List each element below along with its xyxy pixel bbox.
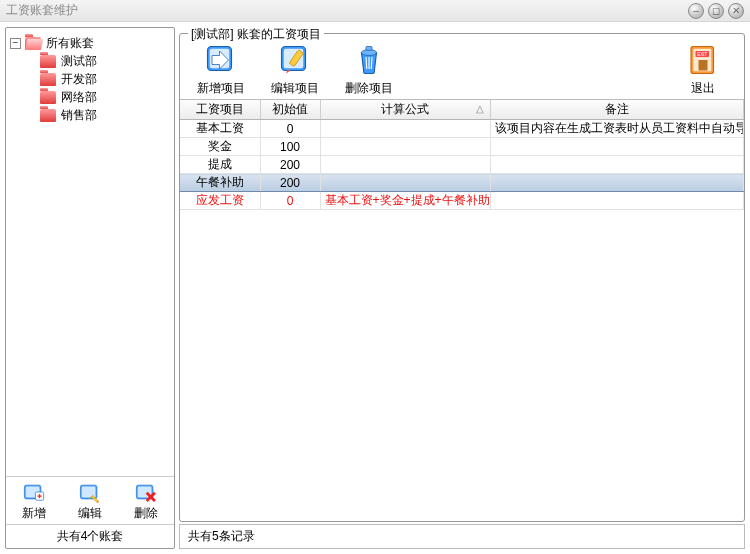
table-cell[interactable]: 200 [260,156,320,174]
folder-open-icon [25,37,41,50]
table-cell[interactable] [490,192,744,210]
exit-label: 退出 [691,80,715,97]
maximize-button[interactable]: ◻ [708,3,724,19]
tree-item-label: 网络部 [61,89,97,106]
sidebar-add-label: 新增 [22,505,46,522]
table-cell[interactable]: 应发工资 [180,192,260,210]
sidebar-status: 共有4个账套 [6,524,174,548]
table-cell[interactable]: 0 [260,192,320,210]
minimize-button[interactable]: – [688,3,704,19]
tree-item[interactable]: 测试部 [10,52,170,70]
exit-button[interactable]: EXIT 退出 [672,42,734,97]
col-initial-value[interactable]: 初始值 [260,100,320,120]
delete-icon [135,481,157,503]
sidebar-toolbar: 新增 编辑 删除 [6,476,174,524]
table-cell[interactable]: 基本工资+奖金+提成+午餐补助 [320,192,490,210]
tree-item[interactable]: 开发部 [10,70,170,88]
title-bar: 工资账套维护 – ◻ ✕ [0,0,750,22]
tree-root-label: 所有账套 [46,35,94,52]
table-cell[interactable]: 该项目内容在生成工资表时从员工资料中自动导入 [490,120,744,138]
main-toolbar: 新增项目 编辑项目 [180,34,744,99]
table-cell[interactable] [490,174,744,192]
sidebar-edit-button[interactable]: 编辑 [65,481,115,522]
tree-toggle-icon[interactable]: − [10,38,21,49]
table-cell[interactable] [490,156,744,174]
group-legend: [测试部] 账套的工资项目 [188,26,324,43]
sidebar-delete-button[interactable]: 删除 [121,481,171,522]
sidebar-add-button[interactable]: 新增 [9,481,59,522]
sort-asc-icon: △ [476,103,484,114]
window-title: 工资账套维护 [6,2,78,19]
svg-line-24 [371,57,372,69]
edit-item-button[interactable]: 编辑项目 [264,42,326,97]
table-cell[interactable]: 0 [260,120,320,138]
delete-item-label: 删除项目 [345,80,393,97]
table-row[interactable]: 奖金100 [180,138,744,156]
folder-icon [40,91,56,104]
main-pane: [测试部] 账套的工资项目 新增项目 [179,27,745,549]
table-cell[interactable] [320,120,490,138]
edit-item-label: 编辑项目 [271,80,319,97]
table-cell[interactable]: 提成 [180,156,260,174]
table-header-row[interactable]: 工资项目 初始值 计算公式△ 备注 [180,100,744,120]
table-cell[interactable]: 200 [260,174,320,192]
svg-text:EXIT: EXIT [697,52,707,57]
svg-rect-21 [366,47,372,51]
tree-item[interactable]: 销售部 [10,106,170,124]
sidebar-edit-label: 编辑 [78,505,102,522]
sidebar-delete-label: 删除 [134,505,158,522]
delete-item-button[interactable]: 删除项目 [338,42,400,97]
table-row[interactable]: 基本工资0该项目内容在生成工资表时从员工资料中自动导入 [180,120,744,138]
main-status: 共有5条记录 [179,524,745,549]
table-cell[interactable]: 100 [260,138,320,156]
folder-icon [40,109,56,122]
close-button[interactable]: ✕ [728,3,744,19]
folder-icon [40,55,56,68]
tree-item-label: 开发部 [61,71,97,88]
salary-table[interactable]: 工资项目 初始值 计算公式△ 备注 基本工资0该项目内容在生成工资表时从员工资料… [180,100,744,210]
table-cell[interactable] [490,138,744,156]
col-formula[interactable]: 计算公式△ [320,100,490,120]
table-cell[interactable] [320,156,490,174]
folder-icon [40,73,56,86]
window-controls: – ◻ ✕ [688,3,744,19]
col-remark[interactable]: 备注 [490,100,744,120]
add-icon [23,481,45,503]
table-cell[interactable] [320,138,490,156]
table-row[interactable]: 应发工资0基本工资+奖金+提成+午餐补助 [180,192,744,210]
tree-item-label: 销售部 [61,107,97,124]
add-item-label: 新增项目 [197,80,245,97]
exit-icon: EXIT [685,42,721,78]
table-cell[interactable] [320,174,490,192]
add-item-button[interactable]: 新增项目 [190,42,252,97]
account-tree[interactable]: − 所有账套 测试部开发部网络部销售部 [6,28,174,476]
svg-line-22 [366,57,367,69]
edit-icon [79,481,101,503]
edit-item-icon [277,42,313,78]
svg-rect-29 [699,60,708,71]
tree-item-label: 测试部 [61,53,97,70]
table-cell[interactable]: 基本工资 [180,120,260,138]
table-row[interactable]: 提成200 [180,156,744,174]
col-item-name[interactable]: 工资项目 [180,100,260,120]
salary-item-group: [测试部] 账套的工资项目 新增项目 [179,33,745,522]
table-cell[interactable]: 奖金 [180,138,260,156]
table-row[interactable]: 午餐补助200 [180,174,744,192]
add-item-icon [203,42,239,78]
delete-item-icon [351,42,387,78]
salary-table-container[interactable]: 工资项目 初始值 计算公式△ 备注 基本工资0该项目内容在生成工资表时从员工资料… [180,99,744,521]
table-cell[interactable]: 午餐补助 [180,174,260,192]
tree-root[interactable]: − 所有账套 [10,34,170,52]
sidebar: − 所有账套 测试部开发部网络部销售部 新增 [5,27,175,549]
tree-item[interactable]: 网络部 [10,88,170,106]
